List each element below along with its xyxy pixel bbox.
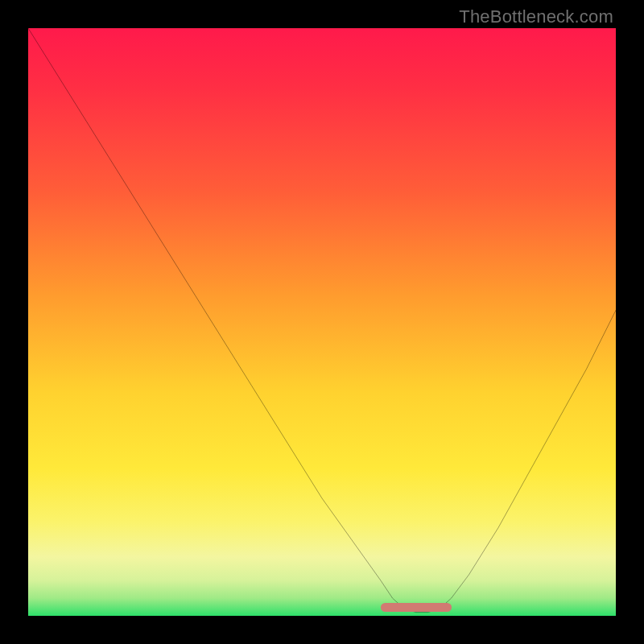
plot-area (28, 28, 616, 616)
bottleneck-curve (28, 28, 616, 616)
minimum-marker (381, 603, 452, 612)
chart-frame: TheBottleneck.com (0, 0, 644, 644)
watermark-text: TheBottleneck.com (459, 6, 613, 27)
